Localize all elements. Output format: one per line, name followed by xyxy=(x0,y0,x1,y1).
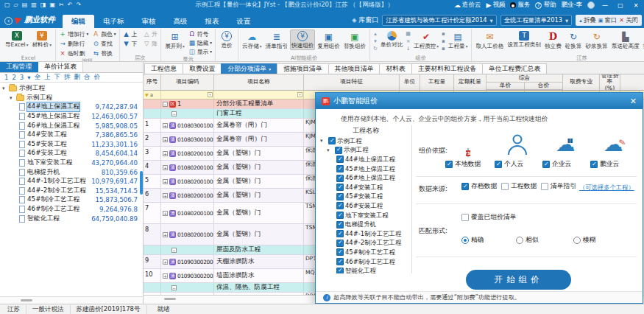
dialog-tree-item-45#地上保温工程[interactable]: 45#地上保温工程 xyxy=(320,164,411,174)
tree-item-46#安装工程[interactable]: 46#安装工程8,454,604.14 xyxy=(0,149,143,158)
expand-icon[interactable]: + xyxy=(163,259,168,265)
dialog-tree-item-46#制冷工艺工程[interactable]: 46#制冷工艺工程 xyxy=(320,257,411,267)
collapse-icon[interactable]: − xyxy=(171,111,177,116)
dialog-tree-item-电梯提升机[interactable]: 电梯提升机 xyxy=(320,220,411,229)
project-checkbox[interactable] xyxy=(336,193,344,200)
project-checkbox[interactable] xyxy=(335,147,342,154)
minimize-button[interactable]: — xyxy=(600,2,610,9)
ribbon-button-展开到[interactable]: ⊞展开到▾ xyxy=(163,29,186,50)
ribbon-button-独立费[interactable]: D独立费 xyxy=(543,29,563,50)
multi-project-link[interactable]: （可选择多个工程） xyxy=(579,184,634,192)
library-window-button[interactable]: ◈库窗口 xyxy=(352,15,378,25)
ribbon-button-替换组价[interactable]: ▣替换组价 xyxy=(342,29,367,50)
similar-radio[interactable] xyxy=(516,237,523,244)
col-quota-usage[interactable]: 定额耗量 xyxy=(454,74,486,90)
tree-item-44#地上保温工程[interactable]: 44#地上保温工程9,742,287.94 xyxy=(0,102,143,112)
tab-主要材料和工程设备[interactable]: 主要材料和工程设备 xyxy=(411,63,483,74)
save-icon[interactable]: ▤ xyxy=(22,1,28,10)
maximize-button[interactable]: ▢ xyxy=(615,2,626,9)
expand-icon[interactable]: + xyxy=(163,273,168,279)
cut-icon[interactable]: ✂ xyxy=(59,1,64,10)
exact-radio[interactable] xyxy=(461,237,469,244)
expand-icon[interactable]: + xyxy=(163,165,168,170)
scrollbar-thumb[interactable] xyxy=(164,298,176,300)
ribbon-button-显示[interactable]: ◫显示▾ xyxy=(188,47,213,56)
collapse-icon[interactable]: − xyxy=(171,248,177,253)
col-unit-price[interactable]: 单价 xyxy=(486,83,525,91)
dialog-tree-item-45#安装工程[interactable]: 45#安装工程 xyxy=(320,192,411,202)
expand-icon[interactable]: + xyxy=(163,179,168,184)
sidebar-tool-合[interactable]: 合 xyxy=(84,73,91,82)
fuzzy-radio[interactable] xyxy=(573,237,581,244)
expand-icon[interactable]: + xyxy=(163,123,168,128)
tree-item-45#地上保温工程[interactable]: 45#地上保温工程12,463,060.57 xyxy=(0,112,143,122)
tree-item-地下室安装工程[interactable]: 地下室安装工程43,270,964.40 xyxy=(0,158,143,168)
ribbon-button-删除行[interactable]: →删除行 xyxy=(58,39,89,48)
col-fee-specialty[interactable]: 取费专业 xyxy=(563,74,600,90)
redo-icon[interactable]: ↷ xyxy=(76,1,81,10)
ribbon-button-云存储[interactable]: ☁云存储▾ xyxy=(241,29,263,50)
paste-icon[interactable]: ▣ xyxy=(49,1,55,10)
price-cloud-button[interactable]: ☁造价云 xyxy=(454,1,481,10)
tab-材料表[interactable]: 材料表 xyxy=(379,63,411,74)
ribbon-tab-高级[interactable]: 高级 xyxy=(165,15,197,28)
sidebar-tool-拆[interactable]: 拆 xyxy=(64,73,71,82)
ribbon-button-复用组价[interactable]: ▣复用组价 xyxy=(316,29,341,50)
video-button[interactable]: ▶视频 xyxy=(486,1,506,10)
sidebar-tool-上[interactable]: 上 xyxy=(44,73,51,82)
col-item-feature[interactable]: 项目特征 xyxy=(304,74,400,90)
ribbon-button-增加行[interactable]: +增加行▾ xyxy=(58,29,89,38)
sidebar-tab-工程管理[interactable]: 工程管理 xyxy=(0,62,38,72)
ribbon-button-泵送砼高度[interactable]: ▙泵送砼高度 xyxy=(610,29,641,50)
ribbon-button-工程量[interactable]: ▤工程量▾ xyxy=(447,29,470,50)
close-button[interactable]: ✕ xyxy=(631,2,641,9)
ribbon-button-材料价[interactable]: ¥材料价▾ xyxy=(30,29,53,49)
ribbon-button-导Excel[interactable]: X导Excel▾ xyxy=(4,29,29,49)
expand-icon[interactable]: + xyxy=(163,211,168,216)
tab-措施项目清单[interactable]: 措施项目清单 xyxy=(277,63,329,74)
personal-cloud-checkbox[interactable] xyxy=(495,161,502,168)
back-icon[interactable]: ‹ xyxy=(4,17,13,25)
ribbon-button-单价对比[interactable]: 单价对比 xyxy=(379,29,404,49)
ribbon-tab-设置[interactable]: 设置 xyxy=(228,15,260,28)
ribbon-button-符号[interactable]: Ω符号 xyxy=(188,29,213,38)
sidebar-vertical-scrollbar[interactable] xyxy=(140,171,143,195)
sidebar-tool-删[interactable]: 删 xyxy=(74,73,81,82)
tree-item-智能化工程[interactable]: 智能化工程64,759,040.89 xyxy=(0,214,143,223)
ribbon-tab-审核[interactable]: 审核 xyxy=(133,15,165,28)
new-file-icon[interactable]: ▢ xyxy=(4,1,10,10)
ribbon-button-隐藏[interactable]: ▦隐藏▾ xyxy=(188,38,213,47)
scrollbar-thumb[interactable] xyxy=(21,299,32,301)
dialog-tree-item-46#地上保温工程[interactable]: 46#地上保温工程 xyxy=(320,173,411,183)
ribbon-button-清单指引[interactable]: ≣清单指引 xyxy=(264,29,289,50)
sidebar-horizontal-scrollbar[interactable] xyxy=(0,296,143,304)
start-pricing-button[interactable]: 开始组价 xyxy=(466,270,571,290)
ribbon-button-砼换算[interactable]: ↻砼换算 xyxy=(564,29,584,50)
tree-item-45#制冷工艺工程[interactable]: 45#制冷工艺工程15,873,506.7 xyxy=(0,195,143,205)
col-unit[interactable]: 单位 xyxy=(400,74,420,90)
tree-item-46#地上保温工程[interactable]: 46#地上保温工程5,985,908.05 xyxy=(0,121,143,130)
close-document-button[interactable]: ✕关闭 xyxy=(619,16,638,25)
ribbon-button-查找[interactable]: ⊙查找 xyxy=(91,39,116,48)
tab-其他项目清单[interactable]: 其他项目清单 xyxy=(328,63,381,74)
collapse-icon[interactable]: − xyxy=(163,102,168,107)
help-button[interactable]: ?帮助 xyxy=(535,1,556,10)
overwrite-checkbox[interactable] xyxy=(461,214,469,221)
ribbon-button-替换[interactable]: ⇆替换 xyxy=(91,49,116,57)
dialog-tree-item-地下室安装工程[interactable]: 地下室安装工程 xyxy=(320,211,411,220)
dialog-tree-item-44#地上保温工程[interactable]: 44#地上保温工程 xyxy=(320,155,411,164)
col-quantity[interactable]: 工程量 xyxy=(420,74,454,90)
project-checkbox[interactable] xyxy=(336,230,344,237)
dialog-tree-item-44#安装工程[interactable]: 44#安装工程 xyxy=(320,183,411,192)
filter-cell[interactable]: ▾ xyxy=(161,91,214,99)
expand-icon[interactable]: + xyxy=(163,137,168,142)
open-folder-icon[interactable]: ▱ xyxy=(14,1,18,10)
ribbon-button-颜色[interactable]: A颜色▾ xyxy=(91,29,116,38)
dialog-tree-item-46#安装工程[interactable]: 46#安装工程 xyxy=(320,201,411,211)
tree-item-44#-1制冷工艺工程[interactable]: 44#-1制冷工艺工程10,979,691.47 xyxy=(0,177,143,186)
sidebar-tool-1[interactable]: 1 xyxy=(4,74,8,81)
undo-icon[interactable]: ↶ xyxy=(68,1,73,10)
dialog-tree-root[interactable]: ▾示例工程 xyxy=(320,136,411,146)
sidebar-tool-下[interactable]: 下 xyxy=(54,73,61,82)
ribbon-button-临时删[interactable]: ×临时删 xyxy=(58,49,89,57)
